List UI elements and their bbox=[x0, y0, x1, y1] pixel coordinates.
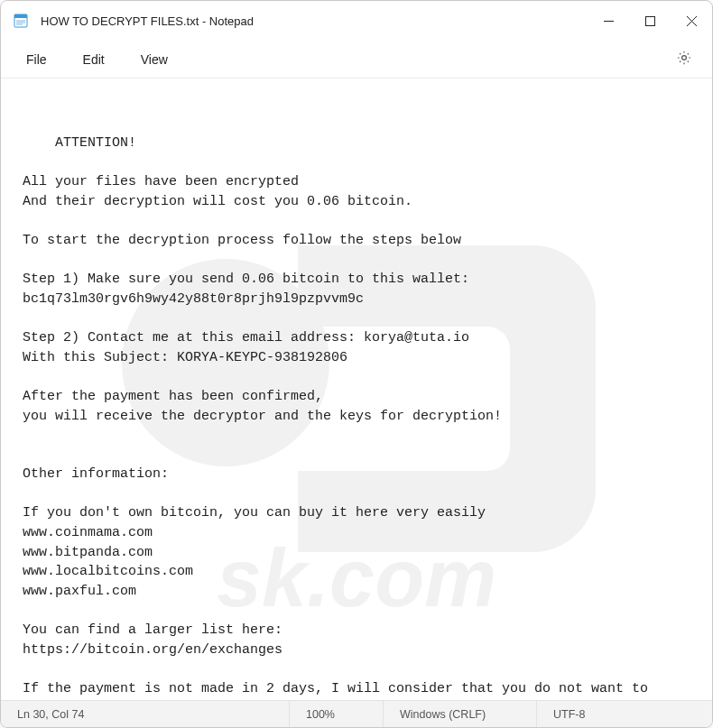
editor-content: ATTENTION! All your files have been encr… bbox=[23, 135, 656, 700]
notepad-icon bbox=[14, 14, 28, 28]
status-zoom[interactable]: 100% bbox=[290, 701, 384, 727]
minimize-button[interactable] bbox=[588, 1, 629, 41]
statusbar: Ln 30, Col 74 100% Windows (CRLF) UTF-8 bbox=[1, 700, 712, 727]
text-editor[interactable]: sk.com ATTENTION! All your files have be… bbox=[1, 78, 712, 700]
settings-button[interactable] bbox=[663, 44, 705, 75]
svg-rect-6 bbox=[645, 16, 654, 25]
menu-file[interactable]: File bbox=[8, 47, 65, 72]
window-controls bbox=[588, 1, 712, 41]
menu-edit[interactable]: Edit bbox=[65, 47, 123, 72]
svg-text:sk.com: sk.com bbox=[217, 533, 496, 623]
menu-view[interactable]: View bbox=[123, 47, 186, 72]
svg-rect-1 bbox=[14, 14, 27, 18]
maximize-button[interactable] bbox=[629, 1, 671, 41]
window-title: HOW TO DECRYPT FILES.txt - Notepad bbox=[41, 14, 254, 28]
svg-point-9 bbox=[682, 55, 687, 60]
status-encoding: UTF-8 bbox=[537, 701, 712, 727]
status-position: Ln 30, Col 74 bbox=[1, 701, 290, 727]
titlebar[interactable]: HOW TO DECRYPT FILES.txt - Notepad bbox=[1, 1, 712, 41]
notepad-window: HOW TO DECRYPT FILES.txt - Notepad File … bbox=[0, 0, 713, 728]
close-button[interactable] bbox=[671, 1, 712, 41]
status-eol: Windows (CRLF) bbox=[384, 701, 537, 727]
gear-icon bbox=[676, 50, 692, 69]
menubar: File Edit View bbox=[1, 41, 712, 78]
